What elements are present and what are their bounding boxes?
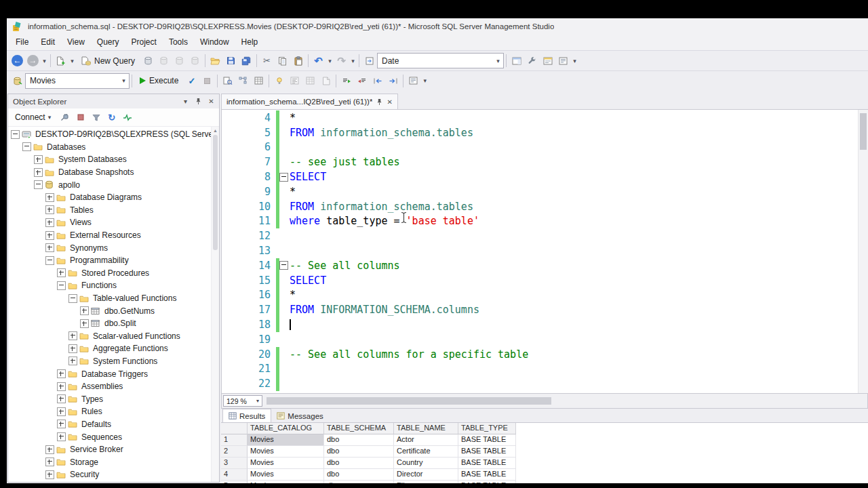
tree-item-stored-procedures[interactable]: Stored Procedures <box>8 267 211 280</box>
tree-item-database-diagrams[interactable]: Database Diagrams <box>8 191 211 204</box>
tree-item-assemblies[interactable]: Assemblies <box>8 380 211 393</box>
code-text[interactable]: SELECT <box>290 274 326 287</box>
results-to-text-icon[interactable] <box>287 73 302 89</box>
filter-icon[interactable] <box>89 110 103 125</box>
intellisense-icon[interactable] <box>271 73 287 89</box>
database-combo-dropdown-icon[interactable]: ▾ <box>119 74 129 88</box>
menu-tools[interactable]: Tools <box>163 35 194 49</box>
new-query-button[interactable]: New Query <box>76 53 140 68</box>
increase-indent-icon[interactable] <box>385 73 401 89</box>
navigation-history-dropdown-icon[interactable]: ▾ <box>41 53 48 68</box>
uncomment-selection-icon[interactable] <box>354 73 370 89</box>
tree-expand-icon[interactable] <box>57 382 66 391</box>
code-text[interactable]: FROM INFORMATION_SCHEMA.columns <box>290 304 479 316</box>
grid-cell[interactable]: dbo <box>324 446 394 458</box>
mdx-query-icon[interactable] <box>156 53 172 68</box>
disconnect-icon[interactable] <box>58 110 72 125</box>
navigate-backward-icon[interactable]: ← <box>9 53 25 68</box>
object-explorer-window-icon[interactable] <box>540 53 555 68</box>
tree-item-system-functions[interactable]: System Functions <box>8 355 211 368</box>
zoom-level-combo[interactable]: 129 % ▾ <box>223 395 262 407</box>
open-file-icon[interactable] <box>208 53 223 68</box>
grid-cell[interactable]: BASE TABLE <box>458 481 516 483</box>
close-icon[interactable]: ✕ <box>205 96 218 107</box>
row-number-cell[interactable]: 2 <box>221 446 248 458</box>
tree-item-types[interactable]: Types <box>8 392 211 405</box>
grid-cell[interactable]: BASE TABLE <box>458 446 516 458</box>
menu-query[interactable]: Query <box>91 35 125 49</box>
grid-cell[interactable]: BASE TABLE <box>458 434 516 446</box>
properties-window-icon[interactable] <box>524 53 540 68</box>
scrollbar-thumb[interactable] <box>267 397 551 405</box>
tree-expand-icon[interactable] <box>80 319 89 328</box>
code-text[interactable]: * <box>290 112 296 124</box>
menu-file[interactable]: File <box>9 35 35 49</box>
tree-expand-icon[interactable] <box>45 243 54 252</box>
results-to-file-icon[interactable] <box>318 73 334 89</box>
tree-item-databases[interactable]: Databases <box>8 141 211 154</box>
code-text[interactable]: -- See all columns for a specific table <box>290 348 528 361</box>
tree-expand-icon[interactable] <box>34 155 43 164</box>
column-header-table_name[interactable]: TABLE_NAME <box>394 423 458 434</box>
object-explorer-scrollbar[interactable]: ▲ <box>211 127 219 482</box>
quick-find-combo-dropdown-icon[interactable]: ▾ <box>493 54 503 68</box>
comment-selection-icon[interactable] <box>338 73 354 89</box>
selected-cell[interactable]: Movies <box>248 434 324 446</box>
tree-item-dbo-split[interactable]: dbo.Split <box>8 317 211 330</box>
menu-edit[interactable]: Edit <box>35 35 61 49</box>
tree-expand-icon[interactable] <box>45 205 54 214</box>
execute-button[interactable]: Execute <box>134 73 184 89</box>
tree-item-programmability[interactable]: Programmability <box>8 254 211 267</box>
scrollbar-thumb[interactable] <box>860 113 867 150</box>
activity-monitor-icon[interactable] <box>120 110 134 125</box>
fold-collapse-icon[interactable] <box>279 261 288 270</box>
toolbar-options-dropdown-icon[interactable]: ▾ <box>571 53 578 68</box>
editor-horizontal-scrollbar[interactable] <box>265 396 866 405</box>
tree-expand-icon[interactable] <box>57 407 66 416</box>
profiler-icon[interactable] <box>220 73 235 89</box>
editor-vertical-scrollbar[interactable] <box>858 110 868 393</box>
window-position-icon[interactable]: ▾ <box>179 96 192 107</box>
grid-cell[interactable]: dbo <box>324 481 394 483</box>
redo-dropdown-icon[interactable]: ▾ <box>349 53 357 68</box>
tree-expand-icon[interactable] <box>45 231 54 240</box>
decrease-indent-icon[interactable] <box>370 73 385 89</box>
undo-icon[interactable]: ↶ <box>311 53 326 68</box>
tree-expand-icon[interactable] <box>68 331 77 340</box>
cancel-query-icon[interactable] <box>199 73 215 89</box>
grid-cell[interactable]: Director <box>394 469 458 481</box>
grid-cell[interactable]: Film <box>394 481 458 483</box>
tree-expand-icon[interactable] <box>45 193 54 202</box>
specify-template-values-icon[interactable] <box>406 73 421 89</box>
query-options-icon[interactable] <box>251 73 267 89</box>
tree-expand-icon[interactable] <box>57 432 66 441</box>
cut-icon[interactable]: ✂ <box>259 53 275 68</box>
tree-expand-icon[interactable] <box>57 394 66 403</box>
tree-expand-icon[interactable] <box>80 306 89 315</box>
tree-item-database-triggers[interactable]: Database Triggers <box>8 367 211 380</box>
code-text[interactable]: -- See all columns <box>290 260 400 272</box>
menu-view[interactable]: View <box>61 35 91 49</box>
dax-query-icon[interactable] <box>187 53 203 68</box>
column-header-table_type[interactable]: TABLE_TYPE <box>458 423 516 434</box>
code-text[interactable]: FROM information_schema.tables <box>290 201 473 213</box>
tree-item-apollo[interactable]: apollo <box>8 178 211 191</box>
tree-expand-icon[interactable] <box>57 420 66 428</box>
code-text[interactable]: * <box>290 186 296 198</box>
available-databases-icon[interactable] <box>9 73 25 89</box>
tree-expand-icon[interactable] <box>34 168 43 177</box>
execution-plan-icon[interactable] <box>235 73 251 89</box>
object-explorer-header[interactable]: Object Explorer ▾ ✕ <box>8 94 219 108</box>
grid-cell[interactable]: Country <box>394 458 458 469</box>
code-text[interactable]: SELECT <box>290 171 326 183</box>
row-number-cell[interactable]: 4 <box>221 469 248 481</box>
tree-collapse-icon[interactable] <box>11 130 20 139</box>
code-text[interactable]: * <box>290 289 296 301</box>
grid-cell[interactable]: dbo <box>324 458 394 469</box>
scrollbar-thumb[interactable] <box>213 135 218 250</box>
new-item-dropdown-icon[interactable]: ▾ <box>68 53 76 68</box>
code-text[interactable]: where table_type = 'base table' <box>290 215 479 227</box>
tree-item-aggregate-functions[interactable]: Aggregate Functions <box>8 342 211 355</box>
tree-expand-icon[interactable] <box>45 445 54 454</box>
stop-icon[interactable] <box>73 110 87 125</box>
